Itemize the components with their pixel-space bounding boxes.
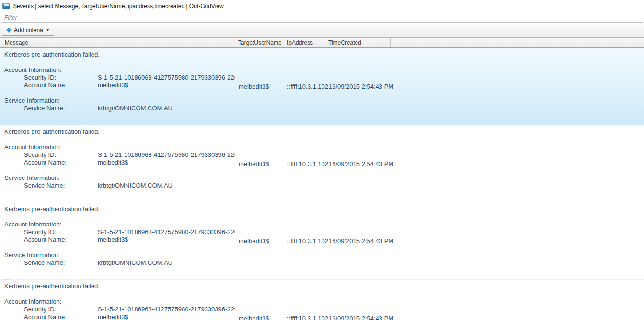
message-line	[4, 290, 235, 298]
message-field-value: melbedit3$	[98, 313, 128, 320]
message-line: Account Name:melbedit3$	[4, 236, 235, 244]
message-field-value: S-1-5-21-10186968-4127575980-2179330396-…	[98, 306, 235, 313]
time-created-value: 16/09/2015 2:54:43 PM	[329, 160, 393, 167]
message-line: Account Information:	[4, 66, 235, 74]
message-line	[4, 112, 235, 120]
message-field-label: Service Name:	[24, 105, 65, 112]
time-created-value: 16/09/2015 2:54:43 PM	[329, 83, 393, 90]
message-field-value: S-1-5-21-10186968-4127575980-2179330396-…	[98, 228, 235, 236]
message-line: Security ID:S-1-5-21-10186968-4127575980…	[4, 151, 235, 159]
column-header-targetusername[interactable]: TargetUserName	[234, 38, 283, 47]
target-user-cell: melbedit3$	[239, 280, 269, 320]
message-line: Service Information:	[4, 174, 235, 182]
add-plus-icon: ✚	[6, 27, 11, 33]
message-line: Kerberos pre-authentication failed.	[4, 128, 235, 136]
message-line: Account Name:melbedit3$	[4, 313, 235, 320]
message-cell: Kerberos pre-authentication failed.Accou…	[0, 202, 235, 282]
add-criteria-button[interactable]: ✚ Add criteria ▼	[2, 25, 54, 36]
table-row[interactable]: Kerberos pre-authentication failed.Accou…	[0, 202, 644, 280]
message-field-label: Account Name:	[24, 82, 67, 89]
message-cell: Kerberos pre-authentication failed.Accou…	[0, 125, 235, 205]
time-created-cell: 16/09/2015 2:54:43 PM	[329, 202, 393, 279]
message-line: Service Information:	[4, 251, 235, 259]
message-line	[4, 59, 235, 66]
filter-strip	[0, 12, 644, 23]
column-header-ipaddress[interactable]: IpAddress	[283, 38, 324, 47]
target-user-value: melbedit3$	[239, 237, 269, 245]
message-line: Account Name:melbedit3$	[4, 159, 235, 166]
table-row[interactable]: Kerberos pre-authentication failed.Accou…	[0, 48, 644, 125]
message-field-value: melbedit3$	[98, 236, 128, 244]
message-line: Kerberos pre-authentication failed.	[4, 205, 235, 213]
message-cell: Kerberos pre-authentication failed.Accou…	[0, 48, 235, 128]
time-created-cell: 16/09/2015 2:54:43 PM	[329, 125, 393, 202]
message-line: Security ID:S-1-5-21-10186968-4127575980…	[4, 74, 235, 82]
message-field-label: Security ID:	[24, 306, 56, 313]
gridview-app-icon	[2, 3, 10, 9]
message-field-label: Security ID:	[24, 151, 56, 159]
chevron-down-icon: ▼	[46, 28, 50, 32]
ip-address-cell: ::ffff:10.3.1.102	[287, 280, 328, 320]
message-field-value: melbedit3$	[98, 82, 128, 89]
grid-body: Kerberos pre-authentication failed.Accou…	[0, 48, 644, 320]
window-title: $events | select Message, TargetUserName…	[13, 3, 224, 10]
ip-address-value: ::ffff:10.3.1.102	[287, 237, 328, 245]
message-field-label: Account Name:	[24, 313, 67, 320]
filter-input[interactable]	[1, 13, 643, 23]
ip-address-value: ::ffff:10.3.1.102	[287, 315, 328, 320]
message-field-value: krbtgt/OMNICOM.COM.AU	[98, 105, 172, 112]
message-cell: Kerberos pre-authentication failed.Accou…	[0, 280, 235, 320]
column-header-message[interactable]: Message	[1, 38, 234, 47]
message-line	[4, 213, 235, 221]
column-header-empty	[391, 38, 644, 47]
message-field-value: S-1-5-21-10186968-4127575980-2179330396-…	[98, 74, 235, 82]
message-field-value: S-1-5-21-10186968-4127575980-2179330396-…	[98, 151, 235, 159]
time-created-cell: 16/09/2015 2:54:43 PM	[329, 48, 393, 125]
message-field-label: Account Name:	[24, 159, 67, 166]
target-user-value: melbedit3$	[239, 160, 269, 167]
message-field-value: melbedit3$	[98, 159, 128, 166]
time-created-value: 16/09/2015 2:54:43 PM	[329, 315, 393, 320]
message-line: Kerberos pre-authentication failed.	[4, 283, 235, 290]
ip-address-cell: ::ffff:10.3.1.102	[287, 202, 328, 279]
message-line: Service Information:	[4, 97, 235, 105]
time-created-cell: 16/09/2015 2:54:43 PM	[329, 280, 393, 320]
message-line: Account Information:	[4, 298, 235, 306]
message-line	[4, 89, 235, 97]
ip-address-value: ::ffff:10.3.1.102	[287, 83, 328, 90]
message-line: Account Information:	[4, 221, 235, 228]
grid-header: Message TargetUserName IpAddress TimeCre…	[0, 37, 644, 48]
message-field-value: krbtgt/OMNICOM.COM.AU	[98, 182, 172, 190]
message-field-label: Service Name:	[24, 182, 65, 190]
add-criteria-label: Add criteria	[14, 27, 43, 34]
message-field-value: krbtgt/OMNICOM.COM.AU	[98, 259, 172, 267]
message-line: Service Name:krbtgt/OMNICOM.COM.AU	[4, 259, 235, 267]
message-line	[4, 244, 235, 251]
message-field-label: Service Name:	[24, 259, 65, 267]
target-user-value: melbedit3$	[239, 315, 269, 320]
message-line: Service Name:krbtgt/OMNICOM.COM.AU	[4, 182, 235, 190]
target-user-value: melbedit3$	[239, 83, 269, 90]
message-line	[4, 136, 235, 143]
message-line	[4, 166, 235, 174]
target-user-cell: melbedit3$	[239, 125, 269, 202]
message-field-label: Account Name:	[24, 236, 67, 244]
table-row[interactable]: Kerberos pre-authentication failed.Accou…	[0, 125, 644, 202]
ip-address-value: ::ffff:10.3.1.102	[287, 160, 328, 167]
column-header-timecreated[interactable]: TimeCreated	[324, 38, 391, 47]
target-user-cell: melbedit3$	[239, 202, 269, 279]
ip-address-cell: ::ffff:10.3.1.102	[287, 125, 328, 202]
message-line: Account Information:	[4, 143, 235, 151]
message-line: Security ID:S-1-5-21-10186968-4127575980…	[4, 306, 235, 313]
criteria-panel: ✚ Add criteria ▼	[0, 23, 644, 37]
target-user-cell: melbedit3$	[239, 48, 269, 125]
table-row[interactable]: Kerberos pre-authentication failed.Accou…	[0, 280, 644, 320]
message-line: Account Name:melbedit3$	[4, 82, 235, 89]
message-field-label: Security ID:	[24, 228, 56, 236]
message-field-label: Security ID:	[24, 74, 56, 82]
message-line	[4, 190, 235, 197]
message-line: Service Name:krbtgt/OMNICOM.COM.AU	[4, 105, 235, 112]
time-created-value: 16/09/2015 2:54:43 PM	[329, 237, 393, 245]
message-line	[4, 267, 235, 274]
ip-address-cell: ::ffff:10.3.1.102	[287, 48, 328, 125]
